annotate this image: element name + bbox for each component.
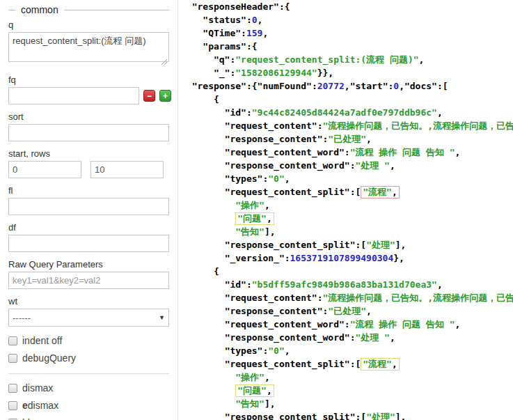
json-line: "response_content":"已处理", xyxy=(181,304,513,318)
json-segment xyxy=(181,253,225,263)
json-line: "告知"], xyxy=(181,225,513,238)
json-segment: "操作" xyxy=(235,200,265,210)
json-line: { xyxy=(181,265,513,278)
json-segment: 1653719107899490304 xyxy=(290,253,394,263)
json-segment: }, xyxy=(393,253,404,263)
edismax-label: edismax xyxy=(22,400,58,411)
add-fq-button[interactable]: + xyxy=(159,90,171,102)
json-segment: , xyxy=(267,385,272,396)
json-response-text: "responseHeader":{ "status":0, "QTime":1… xyxy=(181,0,513,420)
json-line: "request_content":"流程操作问题，已告知。,流程操作问题，已告… xyxy=(181,291,513,304)
json-segment xyxy=(181,226,235,237)
fq-label: fq xyxy=(8,75,169,85)
json-segment: "request_content_split:(流程 问题)" xyxy=(235,54,418,65)
json-segment: : xyxy=(246,279,252,290)
json-segment xyxy=(181,319,225,329)
json-segment: ], xyxy=(265,398,276,409)
json-segment: 0 xyxy=(252,15,258,25)
json-segment xyxy=(181,147,225,157)
json-segment: 20772 xyxy=(317,81,345,91)
json-segment: "response_content_split" xyxy=(225,412,356,420)
json-segment: , xyxy=(345,81,350,91)
resize-handle-icon[interactable] xyxy=(161,56,168,63)
json-segment: , xyxy=(392,359,397,369)
json-line: "request_content_word":"流程 操作 问题 告知 ", xyxy=(181,146,513,159)
json-line: "操作", xyxy=(181,371,513,384)
form-divider xyxy=(8,373,169,374)
raw-query-params-input[interactable] xyxy=(8,272,169,289)
json-segment xyxy=(181,41,203,52)
json-segment: : xyxy=(345,147,350,157)
json-segment xyxy=(181,345,225,356)
start-input[interactable] xyxy=(8,161,81,178)
checkbox-row-edismax: edismax xyxy=(8,400,169,411)
json-segment: : xyxy=(317,120,323,131)
json-segment: , xyxy=(399,81,404,91)
hl-label: hl xyxy=(22,417,30,420)
json-segment: "numFound" xyxy=(258,81,312,91)
json-segment: "0" xyxy=(268,173,284,184)
json-segment: "1582086129944" xyxy=(235,68,317,78)
json-line: "types":"0", xyxy=(181,172,513,185)
fq-input[interactable] xyxy=(8,87,139,104)
indent-off-checkbox[interactable] xyxy=(8,336,17,345)
indent-off-label: indent off xyxy=(22,335,62,346)
fl-label: fl xyxy=(8,185,169,196)
json-segment: "问题" xyxy=(237,385,267,396)
json-segment: "操作" xyxy=(235,372,265,382)
json-segment: "status" xyxy=(203,15,246,25)
json-segment: :{ xyxy=(246,81,258,91)
rows-input[interactable] xyxy=(90,161,164,178)
json-line: "问题", xyxy=(181,212,513,225)
json-line: "request_content_word":"流程 操作 问题 告知 ", xyxy=(181,318,513,331)
json-segment xyxy=(181,54,214,65)
json-segment xyxy=(181,1,192,12)
json-segment: { xyxy=(181,94,219,104)
json-segment: "问题" xyxy=(237,213,267,224)
json-segment: :{ xyxy=(246,41,258,52)
json-segment: ], xyxy=(395,240,407,250)
json-segment xyxy=(181,412,225,420)
json-segment: : xyxy=(246,107,252,118)
json-line: "q":"request_content_split:(流程 问题)", xyxy=(181,53,513,66)
remove-fq-button[interactable]: − xyxy=(143,90,155,102)
wt-label: wt xyxy=(8,296,169,306)
json-segment: "b5dff59afc9849b986a83ba131d70ea3" xyxy=(252,279,437,290)
fl-input[interactable] xyxy=(8,198,169,215)
json-segment: "已处理" xyxy=(328,134,366,144)
json-segment: , xyxy=(455,319,461,329)
json-segment: , xyxy=(455,147,461,157)
json-segment: "docs" xyxy=(404,81,437,91)
json-line: "request_content_split":["流程", xyxy=(181,185,513,199)
json-segment: , xyxy=(390,160,395,171)
json-line: "操作", xyxy=(181,199,513,212)
json-line: "params":{ xyxy=(181,40,513,53)
edismax-checkbox[interactable] xyxy=(8,401,17,410)
query-form-panel: common q request_content_split:(流程 问题) f… xyxy=(0,0,178,420)
json-segment xyxy=(181,385,235,396)
q-input[interactable]: request_content_split:(流程 问题) xyxy=(8,32,169,62)
debugquery-checkbox[interactable] xyxy=(8,354,17,363)
json-segment: "types" xyxy=(225,173,263,184)
json-line: { xyxy=(181,93,513,106)
json-segment: : xyxy=(345,319,350,329)
json-segment: }}, xyxy=(317,68,333,78)
dismax-checkbox[interactable] xyxy=(8,384,17,393)
json-segment: "流程 操作 问题 告知 " xyxy=(350,319,455,329)
common-section-legend: common xyxy=(8,4,169,15)
json-line: "response_content":"已处理", xyxy=(181,132,513,146)
json-segment: "request_content_split" xyxy=(225,187,350,197)
sort-input[interactable] xyxy=(8,124,169,141)
json-segment: "流程" xyxy=(363,187,392,197)
json-segment: 159 xyxy=(246,28,262,38)
json-segment: , xyxy=(265,200,270,210)
highlight-box-red: "流程", xyxy=(361,186,399,199)
json-segment: "QTime" xyxy=(203,28,241,38)
q-label: q xyxy=(8,20,169,30)
df-input[interactable] xyxy=(8,235,169,252)
wt-select[interactable]: ------ ▼ xyxy=(8,309,169,327)
legend-line-left xyxy=(8,10,15,10)
json-segment: , xyxy=(392,187,397,197)
json-segment: "_" xyxy=(214,68,230,78)
json-segment xyxy=(181,160,225,171)
